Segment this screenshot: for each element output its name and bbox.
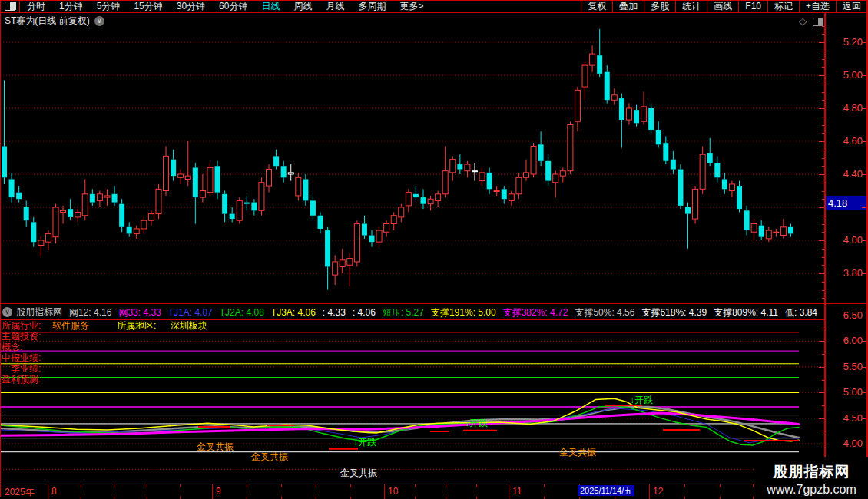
lower-axis-label-4.50: 4.50 [833,413,863,424]
indicator-value-13: 低: 3.84 [785,307,817,318]
signal-label-1: 金叉共振 [251,452,288,462]
indicator-value-10: 支撑50%: 4.56 [575,307,634,318]
selected-date-badge: 2025/11/14/五 [578,485,634,496]
toolbar-item-5[interactable]: F10 [738,0,767,12]
menu-item-1[interactable]: 1分钟 [52,0,90,12]
menu-item-6[interactable]: 日线 [254,0,287,12]
toolbar-item-4[interactable]: 画线 [707,0,738,12]
split-screen-icon [5,2,16,11]
signal-label-6: ↓开跌 [630,395,653,405]
month-label-9: 9 [216,486,221,497]
signal-label-3: 金叉共振 [559,448,596,458]
indicator-panel-chart[interactable] [0,320,824,484]
indicator-value-8: 支撑191%: 5.00 [431,307,496,318]
trading-terminal: 分时1分钟5分钟15分钟30分钟60分钟日线周线月线多周期更多> 复权叠加多股统… [0,0,868,499]
toolbar-item-1[interactable]: 叠加 [612,0,644,12]
indicator-value-2: TJ1A: 4.07 [168,307,213,318]
watermark: 股朋指标网 www.7gpzb.com [755,457,868,499]
lower-axis-label-5.50: 5.50 [833,362,863,372]
info-label-8: 盈利预测: [2,375,41,385]
main-axis-label-3.80: 3.80 [833,268,863,279]
indicator-value-11: 支撑618%: 4.39 [641,307,707,318]
indicator-value-0: 网12: 4.16 [69,307,111,318]
indicator-value-9: 支撑382%: 4.72 [503,307,568,318]
month-tick [649,484,650,497]
info-label-0: 所属行业: [2,321,41,331]
indicator-site-label: 股朋指标网 [16,306,62,319]
period-menu: 分时1分钟5分钟15分钟30分钟60分钟日线周线月线多周期更多> [20,0,430,12]
indicator-value-5: : 4.33 [323,307,346,318]
month-label-8: 8 [51,486,57,497]
menu-item-10[interactable]: 更多> [393,0,430,12]
signal-label-0: 金叉共振 [197,442,234,452]
menu-item-3[interactable]: 15分钟 [127,0,169,12]
toolbar-item-7[interactable]: +自选 [799,0,836,12]
indicator-value-1: 网33: 4.33 [118,307,161,318]
main-axis-label-5.20: 5.20 [833,37,863,48]
main-axis-label-4.00: 4.00 [833,235,863,246]
main-axis-label-4.80: 4.80 [833,103,863,114]
info-label-6: 中报业绩: [2,353,41,363]
toolbar-item-0[interactable]: 复权 [581,0,612,12]
watermark-site-name: 股朋指标网 [755,462,868,482]
candlestick-chart[interactable] [0,13,824,303]
panel-divider-2 [0,319,826,320]
toolbar-item-8[interactable]: 返回 [836,0,867,12]
lower-axis-label-650: 6.50 [833,310,863,321]
lower-axis-label-5.00: 5.00 [833,387,863,398]
menu-item-9[interactable]: 多周期 [351,0,393,12]
main-axis-label-5.00: 5.00 [833,70,863,81]
menu-item-8[interactable]: 月线 [319,0,351,12]
menu-item-7[interactable]: 周线 [287,0,319,12]
toolbar-menu: 复权叠加多股统计画线F10标记+自选返回 [581,0,867,12]
window-border-top [0,0,868,1]
signal-label-2: 金叉共振 [340,468,377,478]
menu-item-4[interactable]: 30分钟 [170,0,212,12]
watermark-site-url: www.7gpzb.com [755,483,868,497]
toolbar-item-3[interactable]: 统计 [675,0,707,12]
split-screen-button[interactable] [0,0,20,12]
month-label-11: 11 [512,486,522,497]
indicator-bar[interactable]: ∨ 股朋指标网 网12: 4.16网33: 4.33TJ1A: 4.07TJ2A… [0,304,824,319]
signal-label-4: ↓开跌 [353,438,376,448]
indicator-values: 网12: 4.16网33: 4.33TJ1A: 4.07TJ2A: 4.08TJ… [69,305,824,319]
info-label-3: 深圳板块 [171,321,207,331]
month-label-12: 12 [653,486,663,497]
signal-label-5: ↓开跌 [465,418,488,428]
toolbar-item-6[interactable]: 标记 [767,0,799,12]
window-border-left [0,0,1,497]
month-tick [509,484,509,497]
lower-axis-label-4.00: 4.00 [833,438,863,449]
info-label-7: 三季业绩: [2,364,41,374]
candles [2,29,793,290]
indicator-value-12: 支撑809%: 4.11 [714,307,778,318]
month-label-10: 10 [388,486,398,497]
top-menu-bar: 分时1分钟5分钟15分钟30分钟60分钟日线周线月线多周期更多> 复权叠加多股统… [0,0,868,13]
info-label-2: 所属地区: [117,321,156,331]
menu-item-2[interactable]: 5分钟 [90,0,128,12]
toolbar-item-2[interactable]: 多股 [644,0,675,12]
month-tick [212,484,213,497]
axis-divider [824,13,826,459]
main-axis-label-4.60: 4.60 [833,136,863,147]
month-tick [48,484,48,497]
info-label-1: 软件服务 [52,321,89,331]
info-label-4: 主题投资: [2,332,41,342]
month-tick [384,484,385,497]
indicator-value-4: TJ3A: 4.06 [271,307,316,318]
date-axis[interactable]: 2025年 2025/11/14/五 89101112 [0,484,755,497]
indicator-value-7: 短压: 5.27 [383,307,424,318]
current-price-badge: 4.18 [826,196,868,210]
info-label-5: 概念: [2,342,22,352]
menu-item-5[interactable]: 60分钟 [212,0,254,12]
panel-divider-1 [0,303,868,304]
main-axis-label-4.40: 4.40 [833,169,863,180]
indicator-value-3: TJ2A: 4.08 [220,307,264,318]
indicator-value-6: : 4.06 [353,307,376,318]
menu-item-0[interactable]: 分时 [20,0,52,12]
chevron-down-icon[interactable]: ∨ [2,307,12,317]
lower-axis-label-6.00: 6.00 [833,335,863,346]
